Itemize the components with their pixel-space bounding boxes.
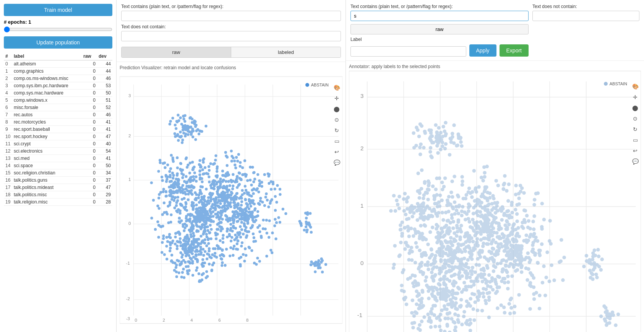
svg-point-2531 [510,230,514,234]
col-header-index: # [4,52,12,60]
svg-point-838 [204,250,206,253]
svg-point-2551 [533,198,537,202]
svg-point-774 [196,218,198,221]
svg-point-2749 [444,121,448,125]
svg-point-2088 [488,257,492,260]
svg-point-969 [263,204,266,207]
annotator-color-wheel-icon[interactable]: 🎨 [631,82,639,91]
annotator-label-input[interactable] [350,46,466,57]
svg-point-753 [200,228,202,230]
annotator-not-contain-input[interactable] [532,11,639,21]
train-model-button[interactable]: Train model [4,4,112,16]
svg-point-531 [247,230,250,233]
svg-point-1052 [268,236,270,239]
svg-point-820 [178,217,181,220]
annotator-rect-select-icon[interactable]: ▭ [631,136,639,144]
svg-point-957 [269,249,272,251]
col-header-dev: dev [97,52,112,60]
annotator-rotate-icon[interactable]: ↻ [631,125,639,133]
svg-point-2747 [460,144,464,148]
annotator-undo-icon[interactable]: ↩ [631,146,639,155]
svg-point-2313 [417,283,420,287]
svg-point-2562 [516,226,520,230]
update-population-button[interactable]: Update population [4,36,112,49]
svg-point-2114 [477,263,481,267]
svg-point-988 [234,215,236,218]
svg-point-2572 [532,232,536,236]
svg-point-967 [274,238,277,240]
svg-point-2798 [418,146,422,150]
table-cell-0: 18 [4,191,12,199]
annotator-multi-select-icon[interactable]: ⊙ [631,114,639,123]
export-button[interactable]: Export [500,44,529,57]
lasso-icon[interactable]: ⬤ [333,105,341,113]
table-row: 11sci.crypt040 [4,140,112,148]
prediction-text-contains-input[interactable] [121,11,341,21]
table-row: 7rec.autos046 [4,111,112,119]
annotator-text-contains-input[interactable] [350,11,529,21]
svg-point-669 [206,203,208,206]
svg-point-1257 [167,205,169,207]
svg-point-2299 [426,312,430,316]
annotator-raw-button[interactable]: raw [350,24,529,34]
svg-point-115 [192,175,195,178]
svg-point-2824 [595,276,599,280]
tab-raw[interactable]: raw [122,47,231,57]
crosshair-icon[interactable]: ✛ [333,94,341,103]
svg-text:-2: -2 [126,296,130,301]
svg-point-1641 [475,237,479,241]
prediction-not-contain-input[interactable] [121,31,341,41]
rotate-icon[interactable]: ↻ [333,126,341,135]
epochs-slider[interactable] [4,26,112,33]
svg-point-1946 [491,194,495,198]
svg-point-1831 [459,243,463,247]
svg-point-1248 [172,158,174,161]
svg-point-1567 [393,244,397,248]
table-cell-3: 44 [97,60,112,68]
annotator-crosshair-icon[interactable]: ✛ [631,93,639,101]
tab-labeled[interactable]: labeled [231,47,341,57]
svg-point-146 [209,224,212,226]
comment-icon[interactable]: 💬 [333,158,341,167]
svg-point-2106 [486,191,490,195]
svg-point-2307 [412,314,416,318]
svg-text:3: 3 [128,93,131,98]
svg-point-2023 [480,195,483,199]
svg-point-2828 [591,273,595,277]
multi-select-icon[interactable]: ⊙ [333,116,341,124]
svg-point-339 [173,207,176,209]
svg-point-1349 [175,127,177,130]
svg-point-1212 [193,166,195,168]
prediction-not-contain-label: Text does not contain: [121,24,341,29]
table-cell-3: 37 [97,177,112,184]
svg-point-1040 [262,219,264,221]
svg-point-548 [236,220,238,223]
svg-point-840 [169,236,172,239]
annotator-lasso-icon[interactable]: ⬤ [631,104,639,112]
svg-point-2571 [501,205,504,209]
svg-point-2085 [528,235,532,239]
svg-point-2090 [475,202,479,206]
undo-icon[interactable]: ↩ [333,148,341,156]
svg-point-1135 [258,224,261,227]
svg-point-2143 [479,230,483,234]
svg-text:1: 1 [360,202,363,209]
svg-point-822 [206,275,209,278]
svg-point-2802 [444,132,448,136]
color-wheel-icon[interactable]: 🎨 [333,83,341,92]
svg-point-2607 [422,251,426,255]
svg-point-198 [198,272,200,275]
svg-point-2037 [445,229,449,233]
svg-point-904 [188,249,191,252]
table-row: 19talk.religion.misc028 [4,199,112,206]
svg-point-2715 [436,225,440,228]
annotator-comment-icon[interactable]: 💬 [631,157,639,166]
svg-point-2590 [532,297,536,301]
svg-point-212 [229,254,231,257]
svg-point-2569 [528,307,532,311]
svg-point-1352 [174,124,177,126]
apply-button[interactable]: Apply [469,44,496,57]
svg-point-1380 [305,225,307,228]
svg-point-2725 [427,181,431,185]
rect-select-icon[interactable]: ▭ [333,137,341,145]
